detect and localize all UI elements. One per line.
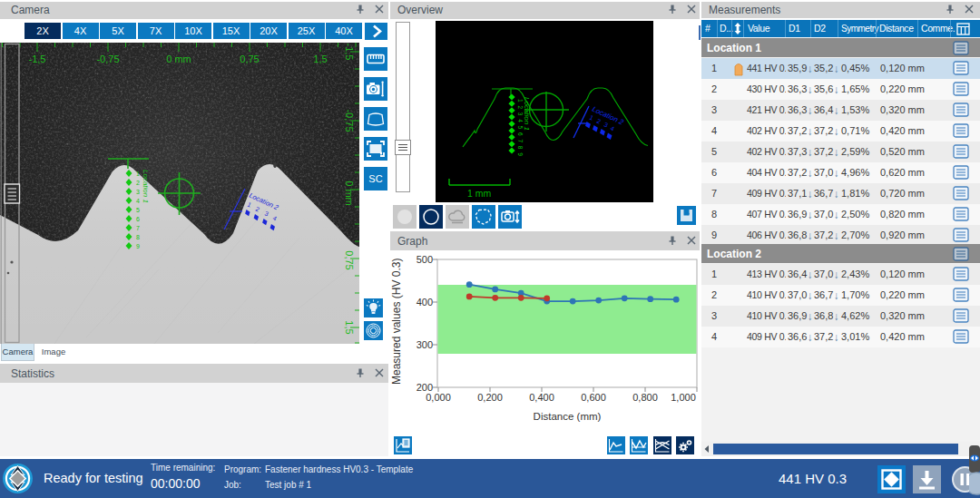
svg-text:1,5: 1,5 [313,54,327,64]
svg-text:Location 1: Location 1 [142,170,150,203]
svg-text:0,000: 0,000 [426,392,451,403]
svg-text:1 mm: 1 mm [467,188,492,199]
svg-text:9: 9 [517,152,524,156]
svg-text:Distance (mm): Distance (mm) [534,411,602,422]
svg-text:0 mm: 0 mm [344,181,355,206]
svg-text:500: 500 [416,254,433,265]
svg-text:1,5: 1,5 [344,320,355,334]
svg-text:2: 2 [136,180,140,186]
svg-text:300: 300 [416,339,433,350]
svg-text:-0,75: -0,75 [344,109,355,132]
svg-text:7: 7 [136,225,140,231]
svg-text:6: 6 [517,132,524,136]
svg-text:1: 1 [517,99,524,103]
svg-text:-1,5: -1,5 [29,54,46,64]
svg-text:5: 5 [517,126,524,130]
svg-text:3: 3 [136,189,140,195]
svg-text:5: 5 [136,207,140,213]
svg-text:7: 7 [517,139,524,142]
svg-text:0,600: 0,600 [581,392,606,403]
svg-text:Measured values (HV 0.3): Measured values (HV 0.3) [390,259,403,385]
svg-text:3: 3 [517,112,524,116]
svg-text:0 mm: 0 mm [166,54,191,64]
svg-text:8: 8 [517,146,524,150]
svg-text:2: 2 [517,105,524,109]
svg-text:1,000: 1,000 [671,392,696,403]
svg-text:0,400: 0,400 [529,392,554,403]
svg-text:9: 9 [136,243,140,249]
svg-text:0,800: 0,800 [632,392,658,403]
svg-text:0,75: 0,75 [344,250,355,269]
svg-text:0,75: 0,75 [240,54,259,64]
svg-text:-0,75: -0,75 [96,54,119,64]
svg-text:1: 1 [136,171,140,177]
svg-text:8: 8 [136,234,140,240]
svg-text:6: 6 [136,216,140,222]
svg-text:0,200: 0,200 [477,392,503,403]
svg-text:-1,5: -1,5 [344,44,355,61]
svg-text:4: 4 [517,119,524,122]
svg-text:4: 4 [136,198,140,204]
svg-text:400: 400 [416,297,433,308]
